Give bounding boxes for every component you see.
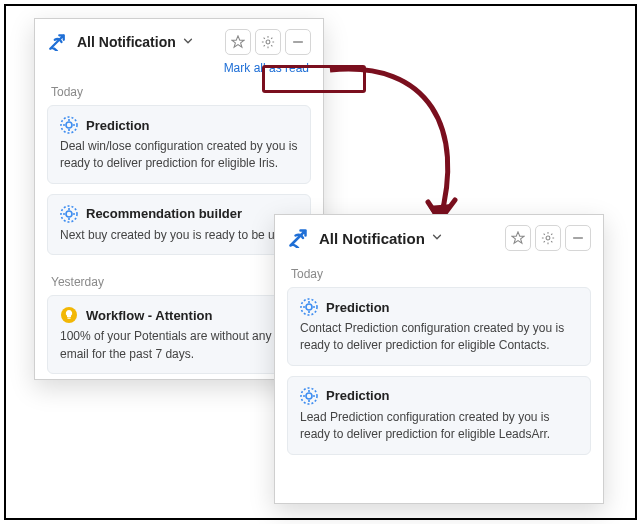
- card-title: Prediction: [326, 300, 390, 315]
- card-body: Lead Prediction configuration created by…: [300, 409, 578, 444]
- notification-card[interactable]: Prediction Deal win/lose configuration c…: [47, 105, 311, 184]
- card-title: Recommendation builder: [86, 206, 242, 221]
- notification-card[interactable]: Workflow - Attention 100% of your Potent…: [47, 295, 311, 374]
- section-label-today: Today: [35, 75, 323, 105]
- star-icon: [231, 35, 245, 49]
- notification-card[interactable]: Prediction Lead Prediction configuration…: [287, 376, 591, 455]
- card-title: Prediction: [86, 118, 150, 133]
- card-body: Next buy created by you is ready to be u…: [60, 227, 298, 244]
- prediction-gear-icon: [300, 387, 318, 405]
- prediction-gear-icon: [60, 116, 78, 134]
- gear-icon: [541, 231, 555, 245]
- section-label-today: Today: [275, 257, 603, 287]
- favorites-button[interactable]: [225, 29, 251, 55]
- star-icon: [511, 231, 525, 245]
- mark-all-as-read-link[interactable]: Mark all as read: [224, 61, 309, 75]
- notification-panel-after: All Notification Today Prediction Contac…: [274, 214, 604, 504]
- minimize-button[interactable]: [285, 29, 311, 55]
- zia-logo: [47, 33, 67, 51]
- prediction-gear-icon: [300, 298, 318, 316]
- card-title: Workflow - Attention: [86, 308, 212, 323]
- settings-button[interactable]: [535, 225, 561, 251]
- notification-filter-dropdown[interactable]: All Notification: [319, 230, 425, 247]
- settings-button[interactable]: [255, 29, 281, 55]
- notification-card[interactable]: Prediction Contact Prediction configurat…: [287, 287, 591, 366]
- card-body: 100% of your Potentials are without any …: [60, 328, 298, 363]
- panel-header: All Notification: [35, 19, 323, 61]
- gear-icon: [261, 35, 275, 49]
- bulb-icon: [60, 306, 78, 324]
- minimize-button[interactable]: [565, 225, 591, 251]
- notification-filter-dropdown[interactable]: All Notification: [77, 34, 176, 50]
- panel-header: All Notification: [275, 215, 603, 257]
- zia-logo: [287, 228, 309, 248]
- favorites-button[interactable]: [505, 225, 531, 251]
- card-title: Prediction: [326, 388, 390, 403]
- minus-icon: [571, 231, 585, 245]
- prediction-gear-icon: [60, 205, 78, 223]
- card-body: Deal win/lose configuration created by y…: [60, 138, 298, 173]
- chevron-down-icon: [182, 33, 194, 51]
- card-body: Contact Prediction configuration created…: [300, 320, 578, 355]
- minus-icon: [291, 35, 305, 49]
- chevron-down-icon: [431, 229, 443, 247]
- notification-card[interactable]: Recommendation builder Next buy created …: [47, 194, 311, 255]
